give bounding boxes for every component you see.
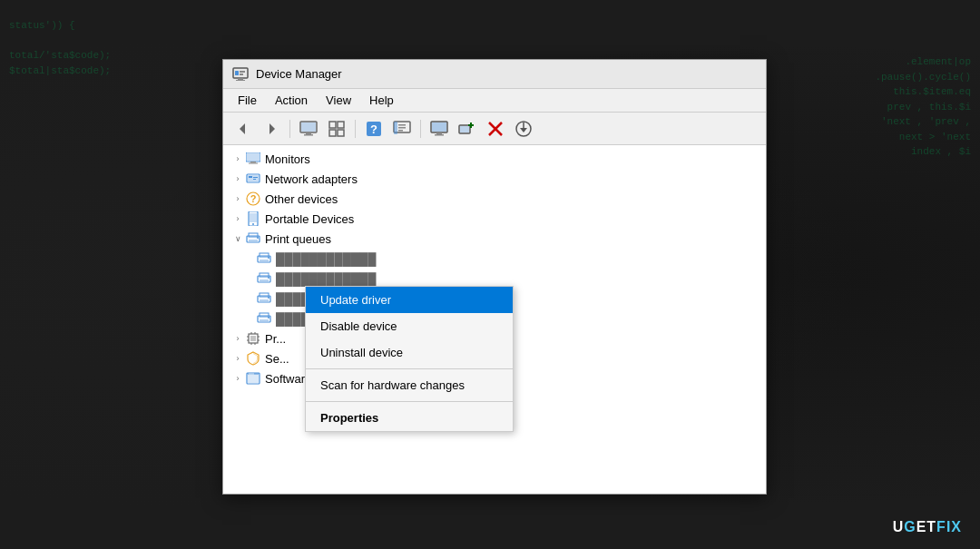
other-devices-label: Other devices <box>265 192 338 206</box>
context-menu-sep-1 <box>306 368 513 369</box>
svg-rect-2 <box>236 80 245 81</box>
svg-rect-12 <box>329 122 336 128</box>
watermark-u: U <box>893 519 905 534</box>
listview-button[interactable] <box>324 117 349 141</box>
computer-icon <box>299 121 318 137</box>
print-queues-icon <box>246 232 260 245</box>
device-manager-window: Device Manager File Action View Help <box>222 59 767 495</box>
portable-arrow: › <box>230 211 245 226</box>
svg-rect-68 <box>260 319 269 321</box>
svg-rect-38 <box>250 162 256 163</box>
print-queues-icon <box>245 230 261 247</box>
menu-view[interactable]: View <box>317 91 360 110</box>
tree-item-monitors[interactable]: › Monitors <box>223 149 766 169</box>
svg-rect-4 <box>240 71 245 73</box>
toolbar-sep-3 <box>420 120 421 138</box>
context-menu-properties[interactable]: Properties <box>306 405 513 431</box>
svg-rect-24 <box>432 123 446 132</box>
processors-label: Pr... <box>265 332 286 346</box>
toolbar-sep-1 <box>289 120 290 138</box>
printer-sub2-icon <box>257 272 271 285</box>
svg-rect-20 <box>398 127 406 129</box>
svg-rect-44 <box>253 179 256 180</box>
print-queues-arrow: ∨ <box>230 231 245 246</box>
printer-sub-icon <box>257 252 271 265</box>
network-label: Network adapters <box>265 172 358 186</box>
remove-icon <box>487 121 504 137</box>
svg-rect-37 <box>247 153 260 161</box>
printer-sub3-icon <box>257 292 271 305</box>
context-menu-disable-device[interactable]: Disable device <box>306 313 513 339</box>
printer-1-label: ████████████ <box>276 252 377 266</box>
svg-rect-30 <box>460 126 469 132</box>
svg-rect-48 <box>250 213 257 222</box>
svg-rect-56 <box>260 260 269 261</box>
monitors-arrow: › <box>230 152 245 166</box>
monitor-toolbar-icon <box>430 121 448 137</box>
svg-point-65 <box>268 297 270 299</box>
add-device-button[interactable] <box>455 117 480 141</box>
svg-point-85 <box>252 373 253 374</box>
update-button[interactable] <box>511 117 536 141</box>
security-arrow: › <box>230 351 245 366</box>
add-device-icon <box>458 121 476 137</box>
tree-item-portable[interactable]: › Portable Devices <box>223 209 766 229</box>
unknown-device-icon: ? <box>246 191 260 206</box>
menu-file[interactable]: File <box>229 91 266 110</box>
svg-rect-64 <box>260 299 269 301</box>
menu-bar: File Action View Help <box>223 89 766 113</box>
remove-button[interactable] <box>483 117 508 141</box>
monitor-button[interactable] <box>426 117 452 141</box>
tree-item-network[interactable]: › Network adapters <box>223 169 766 189</box>
svg-rect-5 <box>240 74 243 75</box>
watermark-et: ET <box>916 519 936 534</box>
menu-help[interactable]: Help <box>360 91 403 110</box>
svg-rect-22 <box>394 122 397 134</box>
device-manager-icon <box>232 66 249 83</box>
svg-rect-1 <box>238 78 243 80</box>
svg-marker-7 <box>270 123 275 134</box>
context-menu-update-driver[interactable]: Update driver <box>306 287 513 313</box>
monitors-icon <box>245 151 261 167</box>
svg-rect-11 <box>304 134 313 136</box>
svg-point-69 <box>268 317 270 319</box>
properties-button[interactable] <box>389 117 415 141</box>
printer-2-icon <box>256 270 272 287</box>
svg-rect-13 <box>338 122 344 128</box>
svg-marker-34 <box>520 128 527 132</box>
svg-point-61 <box>268 277 270 279</box>
svg-rect-60 <box>260 279 269 281</box>
context-menu-scan-hardware[interactable]: Scan for hardware changes <box>306 372 513 398</box>
printer-4-icon <box>256 310 272 327</box>
watermark-fix: FIX <box>936 519 962 534</box>
context-menu-sep-2 <box>306 401 513 402</box>
tree-item-other-devices[interactable]: › ? Other devices <box>223 189 766 209</box>
security-device-icon <box>247 351 260 366</box>
software-components-icon <box>246 372 260 385</box>
svg-point-57 <box>268 257 270 259</box>
title-bar: Device Manager <box>223 60 766 89</box>
tree-item-print-queues[interactable]: ∨ Print queues <box>223 229 766 249</box>
forward-button[interactable] <box>259 117 284 141</box>
menu-action[interactable]: Action <box>266 91 317 110</box>
network-icon <box>245 171 261 187</box>
svg-rect-39 <box>249 163 258 164</box>
svg-rect-21 <box>398 130 403 132</box>
svg-point-49 <box>252 223 254 225</box>
svg-point-84 <box>250 373 251 374</box>
back-button[interactable] <box>230 117 256 141</box>
software-arrow: › <box>230 371 245 386</box>
svg-rect-81 <box>248 375 259 383</box>
back-icon <box>236 122 250 136</box>
context-menu-uninstall-device[interactable]: Uninstall device <box>306 339 513 366</box>
watermark: UGETFIX <box>893 519 962 535</box>
svg-rect-42 <box>249 176 252 178</box>
listview-icon <box>328 121 345 137</box>
help-button[interactable]: ? <box>361 117 387 141</box>
portable-label: Portable Devices <box>265 212 354 226</box>
computer-button[interactable] <box>296 117 321 141</box>
other-devices-arrow: › <box>230 191 245 206</box>
svg-point-53 <box>257 237 259 239</box>
other-devices-icon: ? <box>245 191 261 207</box>
tree-item-printer-1[interactable]: ████████████ <box>223 249 766 269</box>
